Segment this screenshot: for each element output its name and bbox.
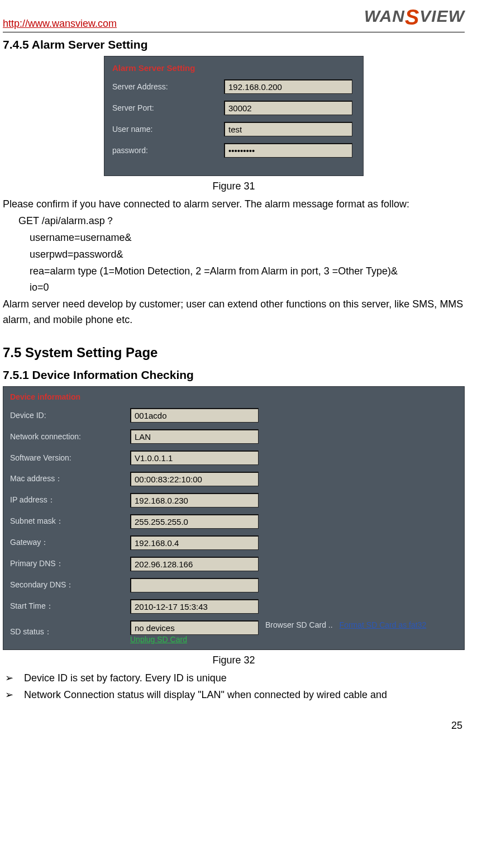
- device-info-panel: Device information Device ID: Network co…: [3, 386, 465, 650]
- sd-status-input[interactable]: [130, 620, 259, 635]
- server-address-input[interactable]: [224, 79, 352, 94]
- bullet-arrow-icon: ➢: [3, 687, 24, 703]
- alarm-server-panel: Alarm Server Setting Server Address: Ser…: [104, 56, 364, 176]
- subnet-input[interactable]: [130, 514, 259, 529]
- gateway-input[interactable]: [130, 535, 259, 550]
- code-line-3: userpwd=password&: [3, 247, 465, 263]
- heading-7-4-5: 7.4.5 Alarm Server Setting: [3, 38, 465, 51]
- server-address-label: Server Address:: [112, 82, 224, 91]
- ip-label: IP address：: [10, 495, 130, 505]
- username-label: User name:: [112, 125, 224, 134]
- gateway-label: Gateway：: [10, 538, 130, 548]
- network-input[interactable]: [130, 429, 259, 444]
- sdns-input[interactable]: [130, 578, 259, 592]
- password-input[interactable]: [224, 143, 352, 158]
- network-label: Network connection:: [10, 432, 130, 441]
- unplug-sd-link[interactable]: Unplug SD Card: [130, 635, 187, 644]
- device-id-label: Device ID:: [10, 411, 130, 420]
- code-line-4: rea=alarm type (1=Motion Detection, 2 =A…: [3, 264, 465, 279]
- ip-input[interactable]: [130, 493, 259, 507]
- device-panel-title: Device information: [10, 392, 457, 401]
- format-sd-link[interactable]: Format SD Card as fat32: [340, 620, 427, 629]
- sd-status-label: SD status：: [10, 627, 130, 637]
- mac-input[interactable]: [130, 472, 259, 486]
- figure-32-caption: Figure 32: [3, 654, 465, 666]
- alarm-panel-title: Alarm Server Setting: [112, 63, 355, 73]
- code-line-1: GET /api/alarm.asp？: [3, 214, 465, 229]
- bullet-2-text: Network Connection status will display "…: [24, 687, 465, 703]
- alarm-intro-text: Please confirm if you have connected to …: [3, 197, 465, 212]
- figure-31-caption: Figure 31: [3, 181, 465, 192]
- username-input[interactable]: [224, 122, 352, 136]
- alarm-note-text: Alarm server need develop by customer; u…: [3, 297, 465, 328]
- page-number: 25: [3, 720, 465, 732]
- start-time-input[interactable]: [130, 599, 259, 614]
- site-url-link[interactable]: http://www.wansview.com: [3, 18, 117, 30]
- code-line-5: io=0: [3, 280, 465, 296]
- heading-7-5-1: 7.5.1 Device Information Checking: [3, 368, 465, 382]
- wansview-logo: WANSVIEW: [364, 6, 465, 30]
- pdns-label: Primary DNS：: [10, 559, 130, 569]
- pdns-input[interactable]: [130, 557, 259, 571]
- subnet-label: Subnet mask：: [10, 516, 130, 527]
- start-time-label: Start Time：: [10, 601, 130, 611]
- sdns-label: Secondary DNS：: [10, 580, 130, 590]
- device-id-input[interactable]: [130, 408, 259, 423]
- software-label: Software Version:: [10, 453, 130, 462]
- heading-7-5: 7.5 System Setting Page: [3, 345, 465, 361]
- bullet-1-text: Device ID is set by factory. Every ID is…: [24, 671, 465, 686]
- server-port-input[interactable]: [224, 101, 352, 115]
- browser-sd-link[interactable]: Browser SD Card ..: [265, 620, 333, 629]
- page-header: http://www.wansview.com WANSVIEW: [3, 0, 465, 32]
- password-label: password:: [112, 146, 224, 155]
- server-port-label: Server Port:: [112, 103, 224, 112]
- bullet-arrow-icon: ➢: [3, 671, 24, 686]
- mac-label: Mac address：: [10, 474, 130, 484]
- code-line-2: username=username&: [3, 230, 465, 246]
- software-input[interactable]: [130, 450, 259, 465]
